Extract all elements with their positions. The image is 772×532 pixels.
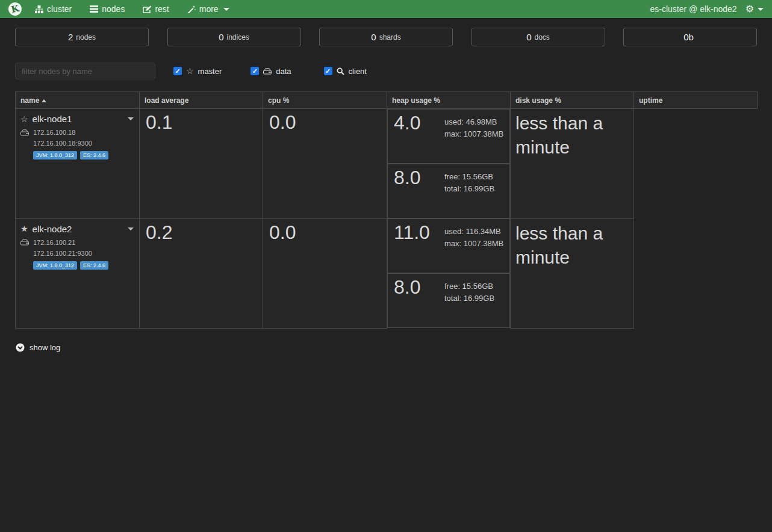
disk-percent-value: 8.0 bbox=[394, 276, 444, 325]
uptime-value: less than a minute bbox=[515, 221, 629, 270]
stat-shards: 0 shards bbox=[319, 28, 453, 46]
hdd-icon bbox=[263, 68, 272, 75]
es-version-badge: ES: 2.4.6 bbox=[80, 261, 108, 270]
column-header-cpu[interactable]: cpu % bbox=[263, 92, 387, 109]
heap-max: max: 1007.38MB bbox=[444, 238, 503, 250]
nav-item-nodes[interactable]: nodes bbox=[90, 4, 125, 14]
heap-used: used: 46.98MB bbox=[444, 116, 503, 128]
column-header-disk[interactable]: disk usage % bbox=[511, 92, 634, 109]
stat-label: nodes bbox=[76, 33, 96, 42]
stat-indices: 0 indices bbox=[167, 28, 301, 46]
table-row: ★ elk-node2 172.16.100.21 172.16.100.21:… bbox=[16, 218, 758, 328]
load-average-value: 0.2 bbox=[146, 221, 257, 244]
stat-label: shards bbox=[379, 33, 401, 42]
show-log-label: show log bbox=[30, 343, 60, 352]
star-icon: ☆ bbox=[186, 67, 194, 75]
es-version-badge: ES: 2.4.6 bbox=[80, 151, 108, 159]
node-ip: 172.16.100.21 bbox=[33, 239, 75, 246]
cpu-cell: 0.0 bbox=[263, 218, 387, 328]
nav-item-cluster[interactable]: cluster bbox=[35, 4, 72, 14]
checkbox-checked-icon: ✓ bbox=[173, 67, 182, 75]
heap-cell: 4.0 used: 46.98MB max: 1007.38MB bbox=[387, 109, 510, 164]
disk-total: total: 16.99GB bbox=[444, 183, 494, 195]
nav-item-rest[interactable]: rest bbox=[143, 4, 169, 14]
sort-asc-icon bbox=[42, 99, 46, 102]
gear-icon: ⚙ bbox=[746, 4, 754, 14]
checkbox-label: data bbox=[276, 67, 291, 76]
checkbox-data[interactable]: ✓ data bbox=[251, 67, 291, 76]
load-average-cell: 0.1 bbox=[140, 109, 263, 219]
hdd-icon bbox=[20, 129, 29, 136]
node-name-cell: ☆ elk-node1 172.16.100.18 172.16.100.18:… bbox=[16, 109, 140, 219]
node-expand-chevron-icon[interactable] bbox=[128, 227, 134, 230]
cpu-value: 0.0 bbox=[269, 111, 381, 134]
column-header-label: name bbox=[20, 96, 39, 105]
disk-cell: 8.0 free: 15.56GB total: 16.99GB bbox=[387, 273, 510, 328]
nav-item-label: nodes bbox=[102, 4, 125, 14]
server-list-icon bbox=[90, 5, 98, 13]
heap-max: max: 1007.38MB bbox=[444, 128, 503, 140]
chevron-down-icon bbox=[223, 8, 229, 11]
stat-value: 2 bbox=[68, 32, 73, 42]
stat-nodes: 2 nodes bbox=[15, 28, 149, 46]
node-transport-address: 172.16.100.18:9300 bbox=[20, 140, 134, 147]
search-icon bbox=[337, 67, 344, 75]
cluster-stats-row: 2 nodes 0 indices 0 shards 0 docs 0b bbox=[15, 28, 757, 46]
stat-value: 0 bbox=[371, 32, 376, 42]
nav-item-label: cluster bbox=[47, 4, 72, 14]
node-expand-chevron-icon[interactable] bbox=[128, 117, 134, 120]
nav-item-label: rest bbox=[155, 4, 169, 14]
uptime-value: less than a minute bbox=[515, 111, 629, 159]
stat-value: 0 bbox=[526, 32, 531, 42]
disk-free: free: 15.56GB bbox=[444, 171, 494, 183]
cpu-cell: 0.0 bbox=[263, 109, 387, 219]
node-ip: 172.16.100.18 bbox=[33, 129, 75, 136]
jvm-version-badge: JVM: 1.8.0_312 bbox=[33, 151, 77, 159]
stat-docs: 0 docs bbox=[472, 28, 605, 46]
edit-icon bbox=[143, 5, 151, 13]
node-transport-address: 172.16.100.21:9300 bbox=[20, 250, 134, 257]
stat-size: 0b bbox=[623, 28, 757, 46]
magic-wand-icon bbox=[187, 5, 196, 13]
column-header-heap[interactable]: heap usage % bbox=[387, 92, 511, 109]
settings-menu[interactable]: ⚙ bbox=[746, 4, 764, 14]
star-filled-icon: ★ bbox=[20, 224, 28, 233]
heap-percent-value: 11.0 bbox=[394, 221, 444, 270]
show-log-toggle[interactable]: show log bbox=[16, 343, 772, 352]
chevron-circle-down-icon bbox=[16, 343, 25, 352]
sitemap-icon bbox=[35, 5, 43, 13]
disk-percent-value: 8.0 bbox=[394, 167, 444, 215]
filter-nodes-input[interactable] bbox=[15, 63, 155, 79]
column-header-load[interactable]: load average bbox=[140, 92, 263, 109]
nav-item-more[interactable]: more bbox=[187, 4, 229, 14]
checkbox-label: client bbox=[349, 67, 367, 76]
nodes-table: name load average cpu % heap usage % dis… bbox=[15, 91, 758, 329]
column-header-name[interactable]: name bbox=[16, 92, 140, 109]
column-header-uptime[interactable]: uptime bbox=[634, 92, 758, 109]
checkbox-client[interactable]: ✓ client bbox=[324, 67, 367, 76]
table-row: ☆ elk-node1 172.16.100.18 172.16.100.18:… bbox=[16, 109, 758, 219]
chevron-down-icon bbox=[758, 8, 764, 11]
node-name[interactable]: elk-node1 bbox=[33, 114, 72, 124]
disk-cell: 8.0 free: 15.56GB total: 16.99GB bbox=[387, 164, 510, 218]
navbar: K cluster nodes rest more es-cluster @ e… bbox=[0, 0, 772, 18]
heap-used: used: 116.34MB bbox=[444, 226, 503, 238]
heap-cell: 11.0 used: 116.34MB max: 1007.38MB bbox=[387, 218, 510, 273]
cluster-status-label: es-cluster @ elk-node2 bbox=[650, 4, 736, 14]
checkbox-master[interactable]: ✓ ☆ master bbox=[173, 67, 222, 76]
load-average-value: 0.1 bbox=[146, 111, 257, 134]
filter-row: ✓ ☆ master ✓ data ✓ client bbox=[15, 63, 757, 79]
uptime-cell: less than a minute bbox=[511, 109, 634, 219]
star-outline-icon: ☆ bbox=[20, 115, 28, 123]
stat-label: docs bbox=[534, 33, 549, 42]
uptime-cell: less than a minute bbox=[511, 218, 634, 328]
heap-percent-value: 4.0 bbox=[394, 112, 444, 161]
checkbox-label: master bbox=[198, 67, 222, 76]
table-header-row: name load average cpu % heap usage % dis… bbox=[16, 92, 758, 109]
jvm-version-badge: JVM: 1.8.0_312 bbox=[33, 261, 77, 270]
disk-total: total: 16.99GB bbox=[444, 292, 494, 305]
kopf-logo-icon[interactable]: K bbox=[7, 1, 23, 17]
nav-item-label: more bbox=[199, 4, 219, 14]
stat-value: 0 bbox=[219, 32, 223, 42]
node-name[interactable]: elk-node2 bbox=[33, 224, 72, 234]
